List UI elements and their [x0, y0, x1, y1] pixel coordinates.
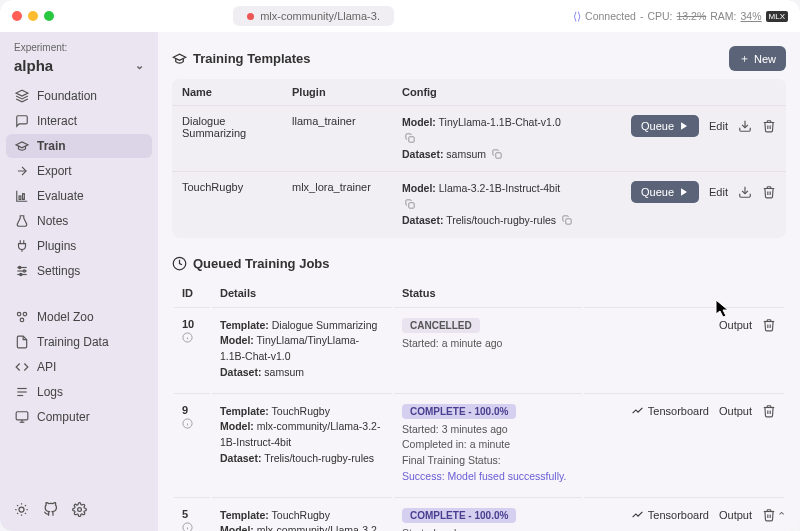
sidebar-item-model-zoo[interactable]: Model Zoo: [6, 305, 152, 329]
trash-icon[interactable]: [762, 508, 776, 522]
trash-icon[interactable]: [762, 119, 776, 133]
template-plugin: mlx_lora_trainer: [282, 172, 392, 238]
link-icon: ⟨⟩: [573, 10, 581, 22]
output-link[interactable]: Output: [719, 319, 752, 331]
plug-icon: [14, 239, 29, 253]
new-button[interactable]: ＋ New: [729, 46, 786, 71]
output-link[interactable]: Output: [719, 509, 752, 521]
download-icon[interactable]: [738, 185, 752, 199]
monitor-icon: [14, 410, 29, 424]
svg-point-8: [17, 312, 21, 316]
svg-rect-32: [566, 219, 571, 224]
jobs-table: ID Details Status 10Template: Dialogue S…: [172, 279, 786, 532]
graduation-icon: [14, 139, 29, 153]
templates-table: Name Plugin Config Dialogue Summarizingl…: [172, 79, 786, 238]
document-icon: [14, 335, 29, 349]
gear-icon[interactable]: [72, 502, 87, 517]
info-icon[interactable]: [182, 522, 202, 532]
sidebar-item-evaluate[interactable]: Evaluate: [6, 184, 152, 208]
svg-line-23: [17, 513, 18, 514]
copy-icon[interactable]: [405, 133, 415, 144]
table-row: TouchRugbymlx_lora_trainerModel: Llama-3…: [172, 172, 786, 238]
experiment-selector[interactable]: alpha ⌄: [6, 55, 152, 84]
queue-button[interactable]: Queue: [631, 115, 699, 137]
sidebar: Experiment: alpha ⌄ Foundation Interact …: [0, 32, 158, 531]
svg-rect-1: [22, 194, 24, 200]
status-badge: COMPLETE - 100.0%: [402, 404, 516, 419]
flask-icon: [14, 214, 29, 228]
svg-rect-0: [19, 196, 21, 200]
record-dot-icon: [247, 13, 254, 20]
main-content: Training Templates ＋ New Name Plugin Con…: [158, 32, 800, 531]
sidebar-item-api[interactable]: API: [6, 355, 152, 379]
clock-icon: [172, 256, 187, 271]
sidebar-item-notes[interactable]: Notes: [6, 209, 152, 233]
close-icon[interactable]: [12, 11, 22, 21]
sidebar-item-logs[interactable]: Logs: [6, 380, 152, 404]
svg-point-10: [20, 318, 24, 322]
sidebar-item-train[interactable]: Train: [6, 134, 152, 158]
queue-button[interactable]: Queue: [631, 181, 699, 203]
svg-point-9: [23, 312, 27, 316]
window-controls: [12, 11, 54, 21]
table-row: 5Template: TouchRugbyModel: mlx-communit…: [174, 497, 784, 532]
edit-link[interactable]: Edit: [709, 186, 728, 198]
chat-icon: [14, 114, 29, 128]
trash-icon[interactable]: [762, 185, 776, 199]
trash-icon[interactable]: [762, 318, 776, 332]
minimize-icon[interactable]: [28, 11, 38, 21]
logs-icon: [14, 385, 29, 399]
svg-line-22: [25, 505, 26, 506]
svg-rect-14: [16, 412, 28, 420]
copy-icon[interactable]: [405, 199, 415, 210]
svg-rect-28: [496, 152, 501, 157]
job-id: 10: [182, 318, 194, 330]
svg-marker-33: [681, 189, 687, 197]
scroll-up-icon[interactable]: ⌃: [777, 510, 786, 523]
title-text: mlx-community/Llama-3.: [260, 10, 380, 22]
zoo-icon: [14, 310, 29, 324]
sidebar-item-computer[interactable]: Computer: [6, 405, 152, 429]
job-id: 9: [182, 404, 188, 416]
sidebar-item-plugins[interactable]: Plugins: [6, 234, 152, 258]
connection-status: ⟨⟩ Connected - CPU: 13.2% RAM: 34% MLX: [573, 10, 788, 22]
svg-point-42: [183, 522, 192, 531]
maximize-icon[interactable]: [44, 11, 54, 21]
sidebar-item-export[interactable]: Export: [6, 159, 152, 183]
template-name: TouchRugby: [172, 172, 282, 238]
status-badge: COMPLETE - 100.0%: [402, 508, 516, 523]
sidebar-item-training-data[interactable]: Training Data: [6, 330, 152, 354]
svg-rect-27: [409, 137, 414, 142]
sliders-icon: [14, 264, 29, 278]
info-icon[interactable]: [182, 418, 202, 429]
trash-icon[interactable]: [762, 404, 776, 418]
tensorboard-link[interactable]: Tensorboard: [631, 404, 709, 417]
svg-point-26: [78, 508, 82, 512]
svg-line-24: [25, 513, 26, 514]
graduation-icon: [172, 51, 187, 66]
titlebar: mlx-community/Llama-3. ⟨⟩ Connected - CP…: [0, 0, 800, 32]
code-icon: [14, 360, 29, 374]
github-icon[interactable]: [43, 502, 58, 517]
sidebar-item-interact[interactable]: Interact: [6, 109, 152, 133]
sidebar-item-settings[interactable]: Settings: [6, 259, 152, 283]
table-row: 9Template: TouchRugbyModel: mlx-communit…: [174, 393, 784, 495]
download-icon[interactable]: [738, 119, 752, 133]
edit-link[interactable]: Edit: [709, 120, 728, 132]
theme-icon[interactable]: [14, 502, 29, 517]
mlx-badge: MLX: [766, 11, 788, 22]
title-pill: mlx-community/Llama-3.: [233, 6, 394, 26]
sidebar-item-foundation[interactable]: Foundation: [6, 84, 152, 108]
job-id: 5: [182, 508, 188, 520]
template-name: Dialogue Summarizing: [172, 106, 282, 172]
svg-point-17: [19, 507, 24, 512]
experiment-label: Experiment:: [6, 40, 152, 55]
export-icon: [14, 164, 29, 178]
info-icon[interactable]: [182, 332, 202, 343]
copy-icon[interactable]: [492, 149, 502, 160]
status-badge: CANCELLED: [402, 318, 480, 333]
tensorboard-link[interactable]: Tensorboard: [631, 508, 709, 521]
output-link[interactable]: Output: [719, 405, 752, 417]
copy-icon[interactable]: [562, 215, 572, 226]
chevron-down-icon: ⌄: [135, 59, 144, 72]
